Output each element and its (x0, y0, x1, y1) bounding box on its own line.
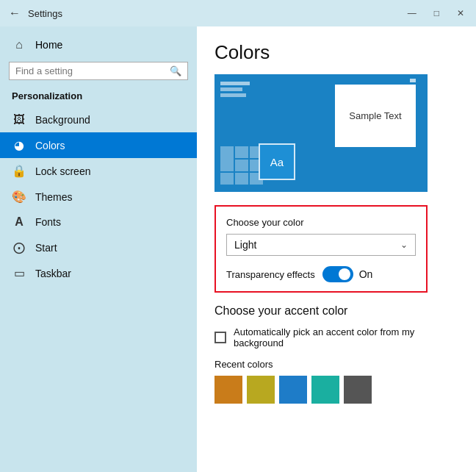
background-icon: 🖼 (12, 113, 26, 126)
swatch-yellow-green[interactable] (247, 376, 275, 404)
preview-aa-box: Aa (259, 143, 295, 180)
preview-line-2 (220, 87, 242, 91)
swatch-teal[interactable] (311, 376, 339, 404)
transparency-label: Transparency effects (226, 269, 315, 280)
title-bar: ← Settings — □ ✕ (0, 0, 476, 26)
grid-cell-1 (220, 146, 234, 171)
transparency-row: Transparency effects On (226, 266, 416, 282)
close-button[interactable]: ✕ (454, 7, 467, 20)
app-body: ⌂ Home 🔍 Personalization 🖼 Background ◕ … (0, 26, 476, 472)
swatch-dark-gray[interactable] (344, 376, 372, 404)
auto-accent-label: Automatically pick an accent color from … (234, 326, 458, 348)
colors-icon: ◕ (12, 138, 26, 152)
highlighted-section: Choose your color Light ⌄ Transparency e… (214, 205, 428, 293)
maximize-button[interactable]: □ (431, 7, 442, 20)
recent-colors-label: Recent colors (214, 359, 458, 370)
preview-lines (220, 82, 250, 97)
color-dropdown[interactable]: Light ⌄ (226, 234, 416, 256)
swatch-orange[interactable] (214, 376, 242, 404)
sidebar-label-taskbar: Taskbar (35, 268, 71, 279)
sidebar-label-start: Start (35, 242, 57, 254)
accent-section: Choose your accent color Automatically p… (214, 304, 458, 404)
page-title: Colors (214, 41, 458, 64)
toggle-knob (339, 268, 350, 280)
sidebar-item-lock-screen[interactable]: 🔒 Lock screen (0, 158, 197, 184)
chevron-down-icon: ⌄ (400, 240, 408, 250)
search-box[interactable]: 🔍 (9, 62, 188, 80)
home-label: Home (35, 39, 62, 51)
transparency-toggle[interactable] (322, 266, 353, 282)
color-swatches (214, 376, 458, 404)
grid-cell-7 (220, 173, 234, 185)
sidebar-item-themes[interactable]: 🎨 Themes (0, 184, 197, 210)
sidebar-label-colors: Colors (35, 140, 65, 151)
search-input[interactable] (15, 65, 165, 76)
sidebar-item-taskbar[interactable]: ▭ Taskbar (0, 260, 197, 286)
sidebar: ⌂ Home 🔍 Personalization 🖼 Background ◕ … (0, 26, 197, 472)
sidebar-section-label: Personalization (0, 87, 197, 107)
sidebar-item-fonts[interactable]: A Fonts (0, 210, 197, 235)
preview-white-box: Sample Text (335, 85, 416, 147)
preview-line-1 (220, 82, 250, 85)
grid-cell-8 (235, 173, 248, 185)
swatch-blue[interactable] (279, 376, 307, 404)
back-icon[interactable]: ← (9, 7, 21, 20)
preview-header-bar (410, 79, 416, 82)
lock-icon: 🔒 (12, 164, 26, 178)
sidebar-label-fonts: Fonts (35, 216, 61, 228)
preview-sample-text: Sample Text (349, 110, 401, 121)
dropdown-value: Light (234, 239, 256, 251)
sidebar-item-background[interactable]: 🖼 Background (0, 107, 197, 132)
main-content: Colors Sample Text (197, 26, 476, 472)
grid-cell-2 (235, 146, 248, 158)
title-bar-controls: — □ ✕ (405, 7, 467, 20)
toggle-text: On (359, 268, 373, 280)
sidebar-item-home[interactable]: ⌂ Home (0, 32, 197, 57)
minimize-button[interactable]: — (405, 7, 419, 20)
start-icon: ⨀ (12, 240, 26, 254)
grid-cell-4 (235, 160, 248, 171)
search-icon: 🔍 (170, 65, 181, 76)
preview-area: Sample Text Aa (214, 74, 428, 192)
auto-accent-checkbox[interactable] (214, 332, 226, 343)
title-bar-title: Settings (28, 8, 62, 19)
sidebar-item-start[interactable]: ⨀ Start (0, 235, 197, 260)
sidebar-label-background: Background (35, 114, 90, 126)
home-icon: ⌂ (12, 38, 26, 51)
auto-accent-row[interactable]: Automatically pick an accent color from … (214, 326, 458, 348)
title-bar-left: ← Settings (9, 7, 62, 20)
fonts-icon: A (12, 215, 26, 229)
preview-line-3 (220, 93, 246, 97)
sidebar-label-themes: Themes (35, 191, 73, 203)
taskbar-icon: ▭ (12, 266, 26, 280)
themes-icon: 🎨 (12, 190, 26, 204)
toggle-wrapper: On (322, 266, 373, 282)
accent-title: Choose your accent color (214, 304, 458, 318)
sidebar-label-lock: Lock screen (35, 165, 90, 177)
sidebar-item-colors[interactable]: ◕ Colors (0, 132, 197, 158)
choose-color-label: Choose your color (226, 217, 416, 228)
